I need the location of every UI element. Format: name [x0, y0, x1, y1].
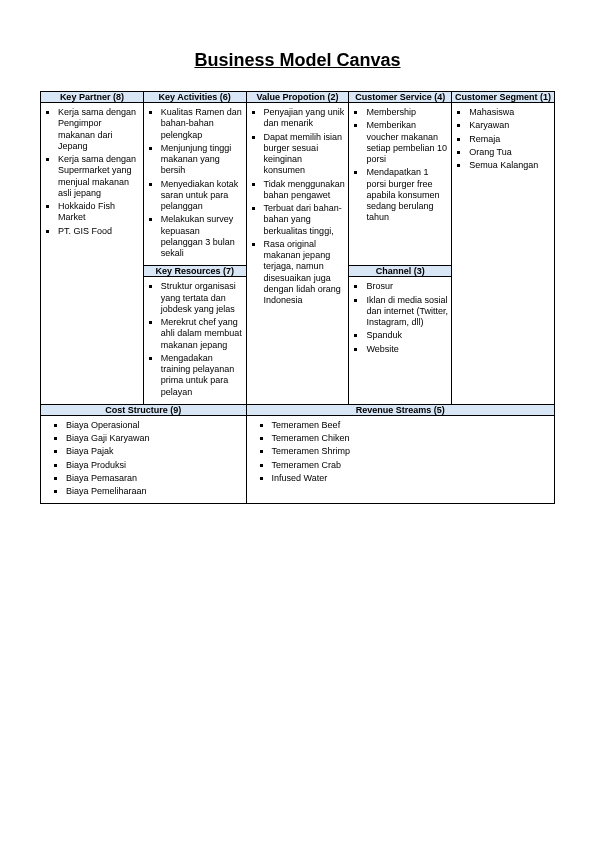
list-item: Mahasiswa: [469, 107, 551, 118]
list-item: Orang Tua: [469, 147, 551, 158]
list-key-activities: Kualitas Ramen dan bahan-bahan pelengkap…: [147, 107, 243, 259]
header-key-resources: Key Resources (7): [143, 266, 246, 277]
cell-value-proposition: Penyajian yang unik dan menarik Dapat me…: [246, 103, 349, 405]
cell-key-resources: Struktur organisasi yang tertata dan job…: [143, 277, 246, 405]
list-item: Rasa original makanan jepang terjaga, na…: [264, 239, 346, 307]
cell-revenue-streams: Temeramen Beef Temeramen Chiken Temerame…: [246, 415, 554, 504]
list-item: Melakukan survey kepuasan pelanggan 3 bu…: [161, 214, 243, 259]
cell-cost-structure: Biaya Operasional Biaya Gaji Karyawan Bi…: [41, 415, 247, 504]
list-item: Struktur organisasi yang tertata dan job…: [161, 281, 243, 315]
list-item: Biaya Pemasaran: [66, 473, 243, 484]
header-key-activities: Key Activities (6): [143, 92, 246, 103]
header-value-proposition: Value Propotion (2): [246, 92, 349, 103]
cell-key-activities: Kualitas Ramen dan bahan-bahan pelengkap…: [143, 103, 246, 266]
list-item: Biaya Produksi: [66, 460, 243, 471]
list-item: Biaya Pajak: [66, 446, 243, 457]
list-item: Brosur: [366, 281, 448, 292]
list-item: Kerja sama dengan Supermarket yang menju…: [58, 154, 140, 199]
list-item: Menyediakan kotak saran untuk para pelan…: [161, 179, 243, 213]
list-item: Website: [366, 344, 448, 355]
list-key-resources: Struktur organisasi yang tertata dan job…: [147, 281, 243, 398]
list-item: PT. GIS Food: [58, 226, 140, 237]
list-item: Tidak menggunakan bahan pengawet: [264, 179, 346, 202]
list-item: Hokkaido Fish Market: [58, 201, 140, 224]
list-item: Iklan di media sosial dan internet (Twit…: [366, 295, 448, 329]
list-value-proposition: Penyajian yang unik dan menarik Dapat me…: [250, 107, 346, 306]
list-item: Spanduk: [366, 330, 448, 341]
list-item: Temeramen Shrimp: [272, 446, 551, 457]
list-item: Merekrut chef yang ahli dalam membuat ma…: [161, 317, 243, 351]
page-title: Business Model Canvas: [40, 50, 555, 71]
header-customer-segment: Customer Segment (1): [452, 92, 555, 103]
list-item: Temeramen Crab: [272, 460, 551, 471]
list-cost-structure: Biaya Operasional Biaya Gaji Karyawan Bi…: [44, 420, 243, 498]
header-revenue-streams: Revenue Streams (5): [246, 404, 554, 415]
list-item: Biaya Gaji Karyawan: [66, 433, 243, 444]
list-customer-service: Membership Memberikan voucher makanan se…: [352, 107, 448, 224]
list-item: Infused Water: [272, 473, 551, 484]
list-item: Semua Kalangan: [469, 160, 551, 171]
cell-customer-segment: Mahasiswa Karyawan Remaja Orang Tua Semu…: [452, 103, 555, 405]
list-item: Mengadakan training pelayanan prima untu…: [161, 353, 243, 398]
cell-channel: Brosur Iklan di media sosial dan interne…: [349, 277, 452, 405]
bmc-table: Key Partner (8) Key Activities (6) Value…: [40, 91, 555, 504]
list-item: Menjunjung tinggi makanan yang bersih: [161, 143, 243, 177]
list-item: Membership: [366, 107, 448, 118]
header-key-partner: Key Partner (8): [41, 92, 144, 103]
cell-customer-service: Membership Memberikan voucher makanan se…: [349, 103, 452, 266]
list-key-partner: Kerja sama dengan Pengimpor makanan dari…: [44, 107, 140, 237]
list-item: Memberikan voucher makanan setiap pembel…: [366, 120, 448, 165]
list-item: Kerja sama dengan Pengimpor makanan dari…: [58, 107, 140, 152]
list-customer-segment: Mahasiswa Karyawan Remaja Orang Tua Semu…: [455, 107, 551, 171]
list-item: Biaya Pemeliharaan: [66, 486, 243, 497]
list-item: Karyawan: [469, 120, 551, 131]
list-item: Biaya Operasional: [66, 420, 243, 431]
header-cost-structure: Cost Structure (9): [41, 404, 247, 415]
list-item: Temeramen Chiken: [272, 433, 551, 444]
list-item: Mendapatkan 1 porsi burger free apabila …: [366, 167, 448, 223]
header-customer-service: Customer Service (4): [349, 92, 452, 103]
list-item: Remaja: [469, 134, 551, 145]
list-channel: Brosur Iklan di media sosial dan interne…: [352, 281, 448, 355]
list-revenue-streams: Temeramen Beef Temeramen Chiken Temerame…: [250, 420, 551, 484]
list-item: Temeramen Beef: [272, 420, 551, 431]
header-channel: Channel (3): [349, 266, 452, 277]
list-item: Dapat memilih isian burger sesuai keingi…: [264, 132, 346, 177]
list-item: Terbuat dari bahan-bahan yang berkualita…: [264, 203, 346, 237]
list-item: Penyajian yang unik dan menarik: [264, 107, 346, 130]
cell-key-partner: Kerja sama dengan Pengimpor makanan dari…: [41, 103, 144, 405]
list-item: Kualitas Ramen dan bahan-bahan pelengkap: [161, 107, 243, 141]
